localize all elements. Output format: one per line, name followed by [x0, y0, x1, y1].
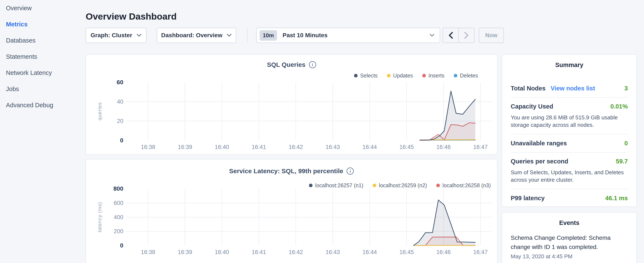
sidebar-item-statements[interactable]: Statements [0, 49, 85, 65]
sidebar-item-metrics[interactable]: Metrics [0, 16, 85, 32]
y-axis-tick: 400 [86, 214, 123, 221]
summary-row-capacity-used: Capacity Used0.01%You are using 28.6 MiB… [511, 98, 628, 134]
sidebar-item-network-latency[interactable]: Network Latency [0, 65, 85, 81]
x-axis-tick: 16:47 [466, 249, 496, 255]
legend-dot [309, 184, 312, 187]
legend-item-selects: Selects [354, 73, 378, 79]
summary-value: 46.1 ms [605, 195, 628, 202]
summary-row-unavailable-ranges: Unavailable ranges0 [511, 134, 628, 153]
summary-value: 0 [624, 140, 628, 147]
view-nodes-list-link[interactable]: View nodes list [551, 85, 595, 92]
summary-row-p99-latency: P99 latency46.1 ms [511, 189, 628, 207]
legend-label: Inserts [428, 73, 444, 79]
sidebar-item-advanced-debug[interactable]: Advanced Debug [0, 97, 85, 113]
x-axis-tick: 16:40 [207, 144, 237, 150]
summary-rows: Total NodesView nodes list3Capacity Used… [511, 80, 628, 207]
x-axis-tick: 16:39 [170, 144, 200, 150]
summary-description: Sum of Selects, Updates, Inserts, and De… [511, 169, 628, 184]
sidebar-item-jobs[interactable]: Jobs [0, 81, 85, 97]
legend-item-deletes: Deletes [454, 73, 478, 79]
legend-dot [387, 74, 390, 78]
x-axis-tick: 16:45 [392, 144, 422, 150]
summary-value: 3 [624, 85, 628, 92]
sql-queries-chart-card: SQL Queries i SelectsUpdatesInsertsDelet… [86, 54, 498, 155]
service-latency-chart-card: Service Latency: SQL, 99th percentile i … [86, 159, 498, 263]
chart-canvas [126, 82, 492, 140]
summary-description: You are using 28.6 MiB of 515.9 GiB usab… [511, 114, 628, 129]
chevron-left-icon [448, 32, 453, 39]
legend-item-inserts: Inserts [422, 73, 444, 79]
x-axis-tick: 16:44 [355, 144, 384, 150]
sidebar-item-overview[interactable]: Overview [0, 0, 85, 16]
x-axis-tick: 16:41 [244, 249, 274, 255]
chart-canvas [126, 189, 492, 245]
dashboard-dropdown-label: Dashboard: Overview [161, 32, 222, 39]
dashboard-dropdown[interactable]: Dashboard: Overview [157, 28, 236, 43]
x-axis-tick: 16:45 [392, 249, 422, 255]
page: OverviewMetricsDatabasesStatementsNetwor… [0, 0, 644, 263]
legend-label: Updates [393, 73, 413, 79]
x-axis-tick: 16:38 [133, 249, 163, 255]
summary-label: Unavailable ranges [511, 140, 567, 147]
chart-legend: SelectsUpdatesInsertsDeletes [354, 72, 478, 79]
legend-item-localhost-26259-n2: localhost:26259 (n2) [373, 182, 427, 188]
graph-dropdown[interactable]: Graph: Cluster [86, 28, 146, 43]
summary-row-queries-per-second: Queries per second59.7Sum of Selects, Up… [511, 153, 628, 189]
y-axis-tick: 40 [86, 98, 123, 105]
summary-row-total-nodes: Total NodesView nodes list3 [511, 80, 628, 98]
event-item: Schema Change Completed: Schema change w… [511, 233, 628, 260]
time-range-label: Past 10 Minutes [282, 32, 328, 39]
x-axis-tick: 16:39 [170, 249, 200, 255]
chevron-right-icon [464, 32, 469, 39]
summary-title: Summary [511, 62, 628, 69]
event-text: Schema Change Completed: Schema change w… [511, 233, 628, 251]
legend-label: Deletes [460, 73, 478, 79]
time-range-dropdown[interactable]: 10m Past 10 Minutes [256, 28, 440, 43]
chart-legend: localhost:26257 (n1)localhost:26259 (n2)… [309, 182, 491, 189]
legend-item-localhost-26258-n3: localhost:26258 (n3) [436, 182, 491, 188]
time-step-back-button[interactable] [443, 28, 458, 43]
y-axis-tick: 20 [86, 118, 123, 124]
x-axis-tick: 16:40 [207, 249, 237, 255]
graph-dropdown-label: Graph: Cluster [90, 32, 132, 39]
y-axis-unit-label: latency (ms) [97, 194, 103, 240]
x-axis-tick: 16:43 [318, 144, 348, 150]
sidebar-item-databases[interactable]: Databases [0, 32, 85, 49]
now-button[interactable]: Now [479, 28, 504, 43]
info-icon[interactable]: i [309, 61, 316, 68]
events-list: Schema Change Completed: Schema change w… [511, 233, 628, 260]
x-axis-tick: 16:46 [428, 249, 458, 255]
legend-dot [436, 184, 440, 187]
y-axis-unit-label: queries [97, 88, 103, 135]
x-axis-tick: 16:47 [466, 144, 496, 150]
legend-label: localhost:26259 (n2) [379, 182, 427, 188]
service-latency-plot[interactable] [126, 189, 492, 245]
sidebar: OverviewMetricsDatabasesStatementsNetwor… [0, 0, 85, 263]
y-axis-tick: 200 [86, 228, 123, 235]
summary-label: Queries per second [511, 158, 568, 165]
legend-label: localhost:26258 (n3) [442, 182, 491, 188]
chevron-down-icon [136, 34, 142, 37]
summary-label: P99 latency [511, 195, 545, 202]
chart-title: Service Latency: SQL, 99th percentile [229, 167, 343, 175]
events-panel: Events Schema Change Completed: Schema c… [502, 212, 637, 263]
legend-dot [373, 184, 376, 187]
legend-item-updates: Updates [387, 73, 413, 79]
summary-value: 0.01% [610, 103, 628, 110]
events-title: Events [511, 219, 628, 226]
info-icon[interactable]: i [346, 167, 354, 175]
y-axis-tick: 800 [86, 185, 123, 192]
sql-queries-plot[interactable] [126, 82, 492, 140]
summary-label: Total Nodes [511, 85, 546, 92]
event-timestamp: May 13, 2020 at 4:45 PM [511, 253, 628, 260]
chevron-down-icon [430, 34, 434, 37]
legend-dot [354, 74, 358, 78]
legend-label: Selects [360, 73, 378, 79]
summary-value: 59.7 [616, 158, 628, 165]
chart-title: SQL Queries [267, 61, 305, 68]
y-axis-tick: 600 [86, 200, 123, 206]
legend-dot [454, 74, 457, 78]
x-axis-tick: 16:42 [281, 249, 311, 255]
time-step-forward-button[interactable] [458, 28, 474, 43]
x-axis-tick: 16:43 [318, 249, 348, 255]
